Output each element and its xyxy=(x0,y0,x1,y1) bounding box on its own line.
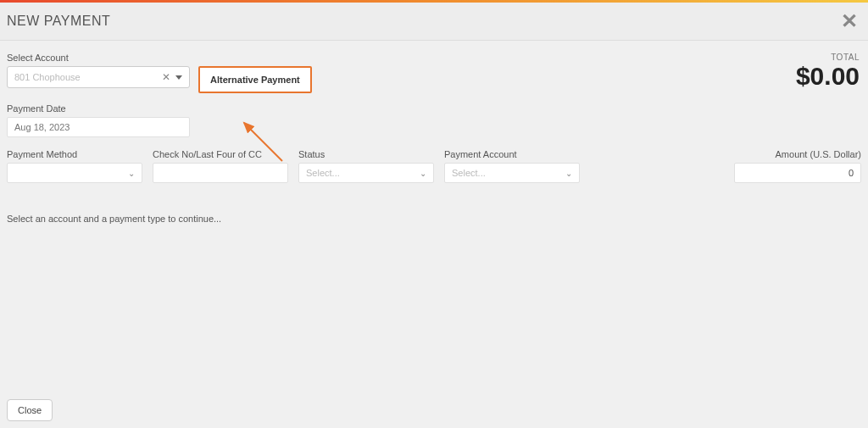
check-no-input[interactable] xyxy=(153,163,288,183)
chevron-down-icon[interactable] xyxy=(175,75,182,80)
check-no-label: Check No/Last Four of CC xyxy=(153,149,288,159)
chevron-down-icon: ⌄ xyxy=(420,169,426,178)
total-amount: $0.00 xyxy=(796,62,860,91)
payment-method-select[interactable]: ⌄ xyxy=(7,163,142,183)
total-section: TOTAL $0.00 xyxy=(796,53,860,91)
select-account-label: Select Account xyxy=(7,53,190,63)
payment-account-group: Payment Account Select... ⌄ xyxy=(444,149,580,183)
modal-header: NEW PAYMENT ✕ xyxy=(0,3,868,41)
payment-date-input[interactable]: Aug 18, 2023 xyxy=(7,117,190,137)
payment-account-placeholder: Select... xyxy=(452,168,486,178)
select-account-group: Select Account 801 Chophouse ✕ xyxy=(7,53,190,88)
alternative-payment-button[interactable]: Alternative Payment xyxy=(198,66,312,93)
total-label: TOTAL xyxy=(796,53,860,62)
fields-row: Payment Method ⌄ Check No/Last Four of C… xyxy=(7,149,861,183)
payment-date-value: Aug 18, 2023 xyxy=(14,122,70,132)
content-area: Select Account 801 Chophouse ✕ Alternati… xyxy=(0,41,868,236)
close-icon[interactable]: ✕ xyxy=(841,11,858,31)
close-button[interactable]: Close xyxy=(7,399,53,421)
status-label: Status xyxy=(298,149,434,159)
payment-date-label: Payment Date xyxy=(7,103,861,114)
page-title: NEW PAYMENT xyxy=(7,14,110,29)
payment-account-label: Payment Account xyxy=(444,149,580,159)
chevron-down-icon: ⌄ xyxy=(565,169,572,178)
status-placeholder: Select... xyxy=(306,168,340,178)
modal-footer: Close xyxy=(0,392,868,428)
payment-method-label: Payment Method xyxy=(7,149,142,159)
check-no-group: Check No/Last Four of CC xyxy=(153,149,288,183)
top-row: Select Account 801 Chophouse ✕ Alternati… xyxy=(7,53,861,93)
amount-value: 0 xyxy=(849,168,854,178)
select-account-value: 801 Chophouse xyxy=(14,72,162,82)
amount-group: Amount (U.S. Dollar) 0 xyxy=(734,149,861,183)
chevron-down-icon: ⌄ xyxy=(128,169,135,178)
spacer xyxy=(590,149,724,183)
amount-label: Amount (U.S. Dollar) xyxy=(734,149,861,159)
status-select[interactable]: Select... ⌄ xyxy=(298,163,434,183)
amount-input[interactable]: 0 xyxy=(734,163,861,183)
continue-message: Select an account and a payment type to … xyxy=(7,214,861,224)
clear-icon[interactable]: ✕ xyxy=(162,71,170,83)
payment-account-select[interactable]: Select... ⌄ xyxy=(444,163,580,183)
payment-date-group: Payment Date Aug 18, 2023 xyxy=(7,103,861,137)
payment-method-group: Payment Method ⌄ xyxy=(7,149,142,183)
select-account-input[interactable]: 801 Chophouse ✕ xyxy=(7,66,190,88)
status-group: Status Select... ⌄ xyxy=(298,149,434,183)
